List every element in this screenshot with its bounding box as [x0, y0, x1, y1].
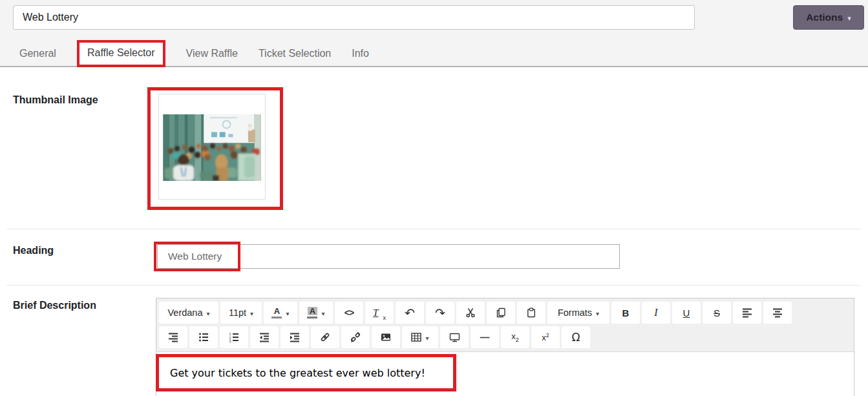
insert-table-button[interactable]: ▾ — [402, 326, 438, 348]
clear-formatting-button[interactable]: T x — [365, 302, 394, 324]
horizontal-rule-button[interactable]: — — [471, 326, 499, 348]
italic-icon: I — [654, 307, 657, 318]
text-color-button[interactable]: A ▾ — [264, 302, 297, 324]
insert-image-button[interactable] — [372, 326, 400, 348]
rich-text-editor: Verdana ▾ 11pt ▾ A ▾ A ▾ — [156, 298, 854, 396]
special-character-button[interactable]: Ω — [562, 326, 590, 348]
numbered-list-button[interactable]: 1 2 3 — [220, 326, 248, 348]
scissors-icon — [465, 307, 476, 318]
strikethrough-button[interactable]: S — [703, 302, 731, 324]
chevron-down-icon: ▾ — [321, 309, 324, 317]
redo-icon: ↷ — [435, 307, 445, 319]
text-color-icon: A — [271, 307, 282, 318]
undo-icon: ↶ — [405, 307, 415, 319]
source-code-icon: <> — [344, 307, 354, 318]
align-right-button[interactable] — [159, 326, 187, 348]
section-divider — [6, 229, 861, 229]
page-header: Actions ▾ General Raffle Selector View R… — [0, 0, 868, 67]
image-icon — [381, 332, 391, 342]
font-family-value: Verdana — [167, 307, 202, 318]
chevron-down-icon: ▾ — [847, 13, 851, 23]
bullet-list-button[interactable] — [189, 326, 218, 348]
cut-button[interactable] — [456, 302, 485, 324]
formats-select[interactable]: Formats ▾ — [547, 302, 609, 324]
svg-text:3: 3 — [229, 339, 231, 342]
align-left-button[interactable] — [733, 302, 761, 324]
source-code-button[interactable]: <> — [335, 302, 363, 324]
heading-label: Heading — [13, 245, 54, 256]
omega-icon: Ω — [572, 331, 580, 344]
font-size-select[interactable]: 11pt ▾ — [220, 302, 262, 324]
conference-thumbnail-image — [163, 114, 261, 181]
subscript-icon: x2 — [511, 331, 519, 343]
copy-icon — [496, 307, 506, 318]
thumbnail-image-label: Thumbnail Image — [13, 94, 98, 106]
preview-button[interactable] — [440, 326, 469, 348]
annotation-box-heading — [154, 242, 240, 271]
indent-icon — [290, 332, 300, 342]
thumbnail-card[interactable] — [158, 94, 266, 200]
actions-button[interactable]: Actions ▾ — [793, 5, 864, 30]
toolbar-row-2: 1 2 3 — [159, 325, 851, 349]
paste-icon — [526, 307, 536, 318]
chevron-down-icon: ▾ — [596, 309, 599, 317]
insert-link-button[interactable] — [311, 326, 339, 348]
chevron-down-icon: ▾ — [250, 309, 253, 317]
chevron-down-icon: ▾ — [286, 309, 289, 317]
align-right-icon — [168, 332, 178, 342]
remove-link-button[interactable] — [341, 326, 370, 348]
actions-button-label: Actions — [806, 12, 843, 23]
formats-label: Formats — [558, 307, 592, 318]
redo-button[interactable]: ↷ — [426, 302, 454, 324]
annotation-box-thumbnail — [147, 87, 283, 210]
link-icon — [320, 332, 330, 342]
italic-button[interactable]: I — [642, 302, 670, 324]
indent-button[interactable] — [281, 326, 309, 348]
numbered-list-icon: 1 2 3 — [229, 332, 239, 342]
chevron-down-icon: ▾ — [207, 309, 210, 317]
tab-view-raffle[interactable]: View Raffle — [186, 48, 238, 67]
outdent-icon — [259, 332, 270, 342]
tab-raffle-selector[interactable]: Raffle Selector — [77, 40, 165, 67]
editor-toolbar: Verdana ▾ 11pt ▾ A ▾ A ▾ — [156, 298, 854, 352]
undo-button[interactable]: ↶ — [396, 302, 424, 324]
background-color-icon: A — [307, 307, 317, 318]
table-icon — [411, 332, 421, 342]
section-divider — [6, 285, 861, 286]
paste-button[interactable] — [517, 302, 545, 324]
annotation-box-description: Get your tickets to the greatest ever we… — [156, 354, 456, 391]
tab-ticket-selection[interactable]: Ticket Selection — [259, 48, 331, 67]
tab-info[interactable]: Info — [352, 48, 369, 67]
clear-formatting-icon: T — [373, 307, 378, 318]
horizontal-rule-icon: — — [480, 332, 490, 342]
editor-content-area[interactable]: Get your tickets to the greatest ever we… — [156, 352, 854, 396]
background-color-button[interactable]: A ▾ — [299, 302, 333, 324]
brief-description-label: Brief Description — [13, 300, 96, 311]
tab-bar: General Raffle Selector View Raffle Tick… — [19, 37, 369, 67]
bullet-list-icon — [198, 332, 209, 342]
lottery-title-input[interactable] — [13, 5, 695, 30]
superscript-icon: x2 — [542, 332, 549, 342]
tab-general[interactable]: General — [19, 48, 56, 67]
font-size-value: 11pt — [229, 307, 246, 318]
chevron-down-icon: ▾ — [425, 333, 429, 342]
subscript-button[interactable]: x2 — [501, 326, 529, 348]
superscript-button[interactable]: x2 — [531, 326, 560, 348]
align-left-icon — [742, 307, 752, 318]
underline-button[interactable]: U — [672, 302, 701, 324]
copy-button[interactable] — [487, 302, 515, 324]
align-center-icon — [772, 307, 783, 318]
strikethrough-icon: S — [714, 307, 720, 318]
unlink-icon — [350, 332, 361, 342]
outdent-button[interactable] — [250, 326, 279, 348]
bold-icon: B — [622, 307, 630, 318]
toolbar-row-1: Verdana ▾ 11pt ▾ A ▾ A ▾ — [159, 300, 851, 325]
align-center-button[interactable] — [763, 302, 792, 324]
font-family-select[interactable]: Verdana ▾ — [159, 302, 218, 324]
underline-icon: U — [683, 307, 690, 318]
monitor-icon — [449, 332, 460, 342]
bold-button[interactable]: B — [611, 302, 640, 324]
description-text: Get your tickets to the greatest ever we… — [159, 367, 425, 379]
